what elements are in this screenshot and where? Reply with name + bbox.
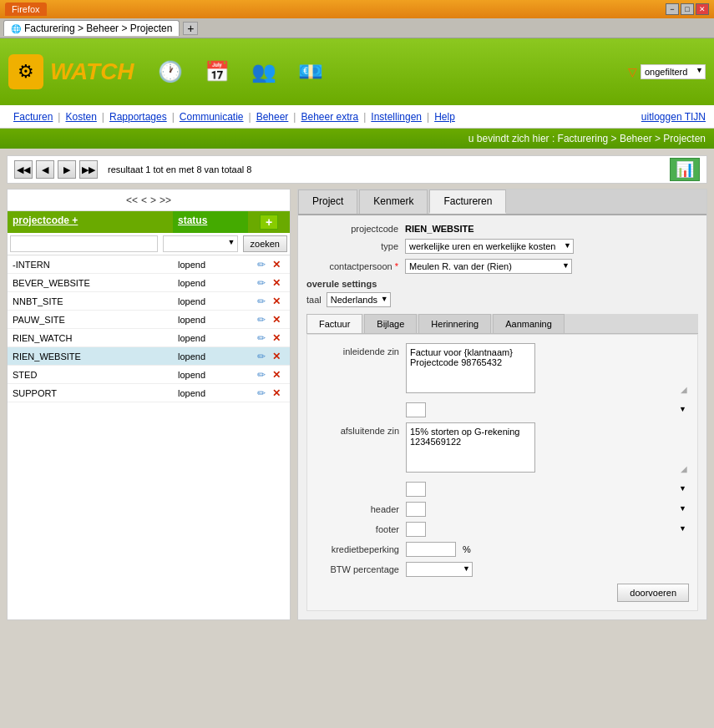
cell-projectcode[interactable]: PAUW_SITE: [8, 313, 173, 326]
edit-button[interactable]: ✏: [255, 331, 268, 345]
cell-actions: ✏ ✕: [248, 313, 290, 326]
breadcrumb-bar: u bevindt zich hier : Facturering > Behe…: [0, 129, 714, 149]
last-page-button[interactable]: ▶▶: [79, 160, 98, 179]
clock-icon[interactable]: 🕐: [151, 53, 190, 91]
logout-button[interactable]: uitloggen TIJN: [641, 111, 706, 123]
delete-button[interactable]: ✕: [270, 276, 283, 290]
delete-button[interactable]: ✕: [270, 368, 283, 382]
nav-rapportages[interactable]: Rapportages: [104, 111, 172, 123]
panel-next-button[interactable]: >: [150, 195, 156, 206]
filter-select[interactable]: ongefilterd: [641, 64, 706, 79]
first-page-button[interactable]: ◀◀: [14, 160, 33, 179]
cell-projectcode[interactable]: BEVER_WEBSITE: [8, 276, 173, 290]
cell-status: lopend: [173, 368, 248, 382]
cell-projectcode[interactable]: -INTERN: [8, 258, 173, 271]
nav-instellingen[interactable]: Instellingen: [366, 111, 427, 123]
prev-page-button[interactable]: ◀: [36, 160, 54, 179]
contactpersoon-select-wrapper: Meulen R. van der (Rien): [405, 259, 572, 274]
delete-button[interactable]: ✕: [270, 313, 283, 326]
cell-projectcode[interactable]: RIEN_WATCH: [8, 331, 173, 345]
browser-title: Firefox: [5, 3, 47, 16]
sub-tab-aanmaning[interactable]: Aanmaning: [493, 314, 565, 333]
delete-button[interactable]: ✕: [270, 331, 283, 345]
two-panel: << < > >> projectcode + status +: [7, 189, 707, 620]
left-panel: << < > >> projectcode + status +: [7, 189, 291, 620]
type-select[interactable]: werkelijke uren en werkelijke kosten: [405, 239, 574, 254]
search-button[interactable]: zoeken: [243, 235, 287, 252]
search-input[interactable]: [10, 235, 158, 252]
panel-last-button[interactable]: >>: [160, 195, 171, 206]
type-row: type werkelijke uren en werkelijke koste…: [306, 239, 698, 254]
afsluitende-template-select[interactable]: [406, 482, 426, 497]
tab-factureren[interactable]: Factureren: [429, 190, 506, 214]
doorvoeren-button[interactable]: doorvoeren: [617, 584, 689, 602]
close-button[interactable]: ✕: [696, 3, 709, 15]
logo-text: WATCH: [50, 58, 134, 85]
nav-help[interactable]: Help: [429, 111, 460, 123]
tab-kenmerk[interactable]: Kenmerk: [359, 190, 428, 214]
people-icon[interactable]: 👥: [245, 53, 283, 91]
nav-facturen[interactable]: Facturen: [8, 111, 58, 123]
inleidende-textarea[interactable]: Factuur voor {klantnaam} Projectcode 987…: [406, 343, 535, 393]
tab-project[interactable]: Project: [298, 190, 357, 214]
edit-button[interactable]: ✏: [255, 276, 268, 290]
cell-projectcode[interactable]: SUPPORT: [8, 387, 173, 400]
sub-tab-bijlage[interactable]: Bijlage: [364, 314, 417, 333]
cell-actions: ✏ ✕: [248, 276, 290, 290]
nav-kosten[interactable]: Kosten: [60, 111, 101, 123]
krediet-input[interactable]: [406, 542, 456, 557]
browser-tab[interactable]: 🌐 Facturering > Beheer > Projecten: [3, 20, 180, 36]
delete-button[interactable]: ✕: [270, 258, 283, 271]
header-select[interactable]: [406, 502, 426, 517]
cell-projectcode[interactable]: RIEN_WEBSITE: [8, 350, 173, 363]
delete-button[interactable]: ✕: [270, 295, 283, 308]
excel-export-button[interactable]: 📊: [670, 158, 700, 181]
app-header: ⚙ WATCH 🕐 📅 👥 💶 ▽ ongefilterd: [0, 38, 714, 105]
btw-select[interactable]: [406, 562, 473, 577]
edit-button[interactable]: ✏: [255, 387, 268, 400]
cell-projectcode[interactable]: NNBT_SITE: [8, 295, 173, 308]
next-page-button[interactable]: ▶: [58, 160, 76, 179]
sub-tab-herinnering[interactable]: Herinnering: [418, 314, 491, 333]
table-header: projectcode + status +: [8, 211, 290, 233]
panel-first-button[interactable]: <<: [126, 195, 138, 206]
edit-button[interactable]: ✏: [255, 350, 268, 363]
delete-button[interactable]: ✕: [270, 350, 283, 363]
nav-communicatie[interactable]: Communicatie: [175, 111, 249, 123]
panel-prev-button[interactable]: <: [141, 195, 147, 206]
col-projectcode-header[interactable]: projectcode +: [8, 211, 173, 233]
delete-button[interactable]: ✕: [270, 387, 283, 400]
footer-select[interactable]: [406, 522, 426, 537]
calendar-icon[interactable]: 📅: [198, 53, 236, 91]
edit-button[interactable]: ✏: [255, 313, 268, 326]
type-label: type: [306, 241, 398, 251]
sub-tab-factuur[interactable]: Factuur: [306, 314, 362, 333]
inleidende-template-select[interactable]: [406, 402, 426, 417]
maximize-button[interactable]: □: [681, 3, 694, 15]
cell-actions: ✏ ✕: [248, 295, 290, 308]
footer-label: footer: [316, 524, 399, 534]
add-project-button[interactable]: +: [260, 215, 278, 230]
tab-icon: 🌐: [11, 24, 21, 33]
cell-actions: ✏ ✕: [248, 331, 290, 345]
afsluitende-label: afsluitende zin: [316, 422, 399, 436]
new-tab-button[interactable]: +: [183, 22, 198, 35]
cell-actions: ✏ ✕: [248, 387, 290, 400]
contactpersoon-select[interactable]: Meulen R. van der (Rien): [405, 259, 572, 274]
minimize-button[interactable]: −: [666, 3, 679, 15]
taal-select[interactable]: Nederlands: [327, 292, 391, 307]
cell-projectcode[interactable]: STED: [8, 368, 173, 382]
euro-icon[interactable]: 💶: [291, 53, 330, 91]
edit-button[interactable]: ✏: [255, 295, 268, 308]
nav-beheer[interactable]: Beheer: [251, 111, 294, 123]
edit-button[interactable]: ✏: [255, 258, 268, 271]
header-select-wrapper: [406, 502, 689, 517]
col-status-header[interactable]: status: [173, 211, 248, 233]
status-filter-select[interactable]: [163, 235, 238, 252]
afsluitende-textarea[interactable]: 15% storten op G-rekening 1234569122: [406, 422, 535, 473]
edit-button[interactable]: ✏: [255, 368, 268, 382]
nav-beheer-extra[interactable]: Beheer extra: [296, 111, 363, 123]
window-controls: − □ ✕: [666, 3, 709, 15]
footer-select-wrapper: [406, 522, 689, 537]
cell-status: lopend: [173, 276, 248, 290]
